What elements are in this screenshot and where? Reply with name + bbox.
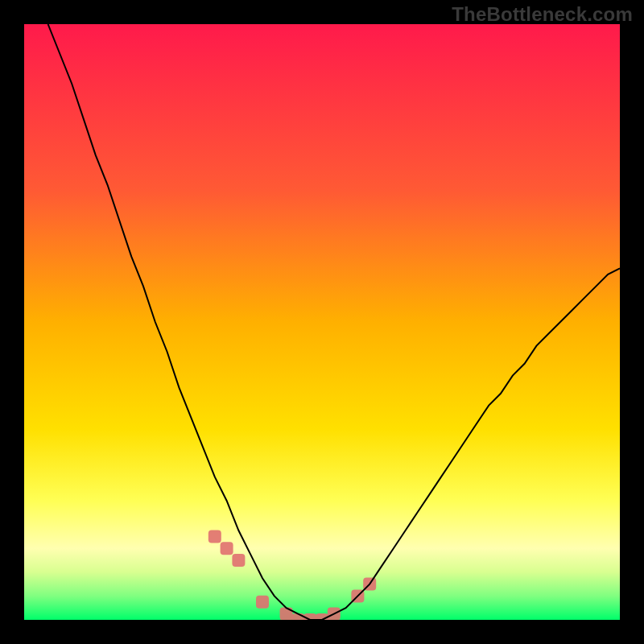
chart-frame: TheBottleneck.com <box>0 0 644 644</box>
sample-marker <box>303 613 316 620</box>
sample-marker <box>232 554 245 567</box>
sample-marker <box>316 613 328 620</box>
bottleneck-plot <box>24 24 620 620</box>
sample-marker <box>208 530 221 543</box>
plot-background <box>24 24 620 620</box>
sample-marker <box>256 596 269 609</box>
watermark-text: TheBottleneck.com <box>452 3 633 26</box>
sample-marker <box>221 542 233 555</box>
